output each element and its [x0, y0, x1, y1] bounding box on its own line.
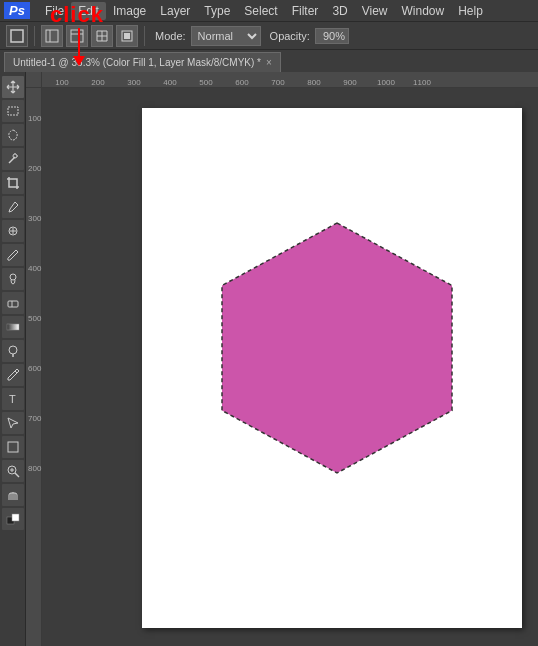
tool-colors[interactable] [2, 508, 24, 530]
ruler-v-tick: 700 [28, 414, 40, 423]
ruler-h-tick: 1100 [404, 78, 440, 87]
tool-eyedropper[interactable] [2, 196, 24, 218]
tool-gradient[interactable] [2, 316, 24, 338]
menu-3d[interactable]: 3D [325, 2, 354, 20]
ruler-v-tick: 200 [28, 164, 40, 173]
tool-crop[interactable] [2, 172, 24, 194]
ruler-h-tick: 300 [116, 78, 152, 87]
document-tab[interactable]: Untitled-1 @ 33.3% (Color Fill 1, Layer … [4, 52, 281, 72]
mode-select[interactable]: Normal Multiply Screen [191, 26, 261, 46]
toolbar-btn-2[interactable] [66, 25, 88, 47]
hexagon-shape [202, 218, 472, 478]
tool-eraser[interactable] [2, 292, 24, 314]
opacity-label: Opacity: [270, 30, 310, 42]
ruler-h-tick: 800 [296, 78, 332, 87]
svg-point-22 [9, 346, 17, 354]
tool-dodge[interactable] [2, 340, 24, 362]
menu-bar: Ps File Edit Image Layer Type Select Fil… [0, 0, 538, 22]
ruler-h-tick: 400 [152, 78, 188, 87]
ps-logo: Ps [4, 2, 30, 19]
tool-lasso[interactable] [2, 124, 24, 146]
tool-spot-heal[interactable] [2, 220, 24, 242]
tool-clone-stamp[interactable] [2, 268, 24, 290]
tool-pen[interactable] [2, 364, 24, 386]
menu-select[interactable]: Select [237, 2, 284, 20]
tab-bar: Untitled-1 @ 33.3% (Color Fill 1, Layer … [0, 50, 538, 72]
svg-point-18 [10, 274, 16, 280]
svg-text:T: T [9, 393, 16, 405]
ruler-h-tick: 100 [44, 78, 80, 87]
svg-rect-8 [124, 33, 130, 39]
svg-rect-1 [46, 30, 58, 42]
tab-title: Untitled-1 @ 33.3% (Color Fill 1, Layer … [13, 57, 261, 68]
toolbar-btn-3[interactable] [91, 25, 113, 47]
workspace: T 100 200 300 400 500 60 [0, 72, 538, 646]
ruler-h-tick: 600 [224, 78, 260, 87]
options-toolbar: Mode: Normal Multiply Screen Opacity: 90… [0, 22, 538, 50]
ruler-h-tick: 500 [188, 78, 224, 87]
toolbar-btn-4[interactable] [116, 25, 138, 47]
svg-line-27 [15, 473, 19, 477]
canvas-content [42, 88, 538, 646]
menu-filter[interactable]: Filter [285, 2, 326, 20]
toolbar-separator-2 [144, 26, 145, 46]
ruler-v-tick: 800 [28, 464, 40, 473]
ruler-v-tick: 100 [28, 114, 40, 123]
tool-move[interactable] [2, 76, 24, 98]
menu-type[interactable]: Type [197, 2, 237, 20]
hexagon-polygon [222, 223, 452, 473]
svg-rect-0 [11, 30, 23, 42]
ruler-vertical: 100 200 300 400 500 600 700 800 [26, 88, 42, 646]
ruler-v-tick: 400 [28, 264, 40, 273]
tool-path-selection[interactable] [2, 412, 24, 434]
svg-rect-19 [8, 301, 18, 307]
tool-hand[interactable] [2, 484, 24, 506]
ruler-h-tick: 1000 [368, 78, 404, 87]
hexagon-svg [202, 218, 472, 478]
toolbar-rect-btn[interactable] [6, 25, 28, 47]
svg-rect-31 [12, 514, 19, 521]
canvas-area: 100 200 300 400 500 600 700 800 900 1000… [26, 72, 538, 646]
ruler-h-tick: 700 [260, 78, 296, 87]
ruler-corner [26, 72, 42, 88]
ruler-v-tick: 600 [28, 364, 40, 373]
toolbar-separator-1 [34, 26, 35, 46]
ruler-v-tick: 300 [28, 214, 40, 223]
ruler-h-ticks: 100 200 300 400 500 600 700 800 900 1000… [42, 72, 538, 87]
tool-magic-wand[interactable] [2, 148, 24, 170]
svg-rect-21 [7, 324, 19, 330]
menu-file[interactable]: File [38, 2, 71, 20]
svg-rect-9 [8, 107, 18, 115]
menu-window[interactable]: Window [395, 2, 452, 20]
tools-panel: T [0, 72, 26, 646]
menu-image[interactable]: Image [106, 2, 153, 20]
opacity-value[interactable]: 90% [315, 28, 349, 44]
ruler-horizontal: 100 200 300 400 500 600 700 800 900 1000… [42, 72, 538, 88]
menu-edit[interactable]: Edit [71, 2, 106, 20]
ruler-h-tick: 900 [332, 78, 368, 87]
svg-line-14 [15, 202, 17, 204]
svg-rect-3 [71, 30, 83, 42]
ruler-v-tick: 500 [28, 314, 40, 323]
tab-close-btn[interactable]: × [266, 57, 272, 68]
menu-view[interactable]: View [355, 2, 395, 20]
mode-label: Mode: [155, 30, 186, 42]
svg-rect-25 [8, 442, 18, 452]
tool-shape[interactable] [2, 436, 24, 458]
tool-brush[interactable] [2, 244, 24, 266]
tool-text[interactable]: T [2, 388, 24, 410]
ruler-h-tick: 200 [80, 78, 116, 87]
document-canvas [142, 108, 522, 628]
tool-zoom[interactable] [2, 460, 24, 482]
tool-rect-marquee[interactable] [2, 100, 24, 122]
menu-help[interactable]: Help [451, 2, 490, 20]
toolbar-btn-1[interactable] [41, 25, 63, 47]
menu-layer[interactable]: Layer [153, 2, 197, 20]
